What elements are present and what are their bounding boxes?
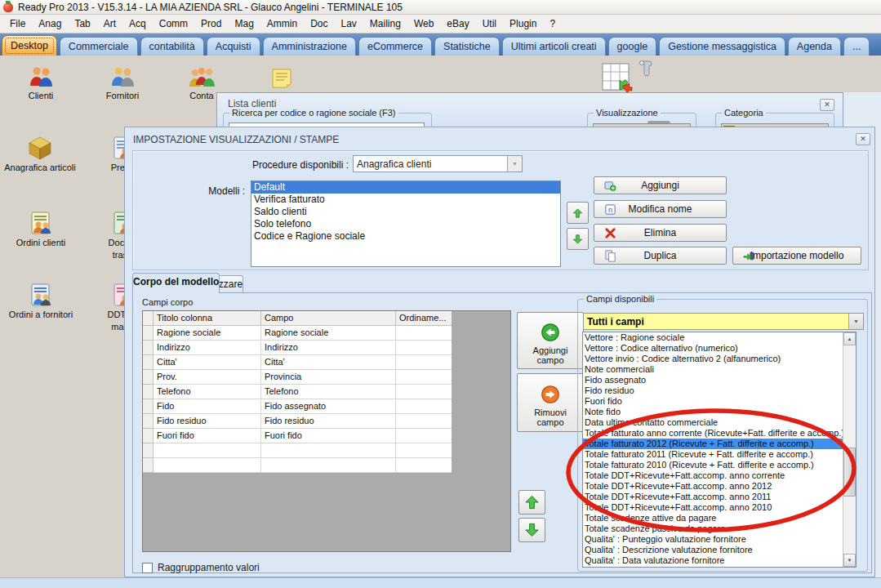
campi-filter-combobox[interactable]: Tutti i campi ▼ — [583, 313, 864, 330]
menu-item[interactable]: File — [3, 16, 32, 31]
workspace-tab[interactable]: eCommerce — [358, 37, 432, 56]
campi-disponibili-listbox[interactable]: Vettore : Ragione socialeVettore : Codic… — [582, 332, 857, 568]
desktop-icon-ordini-clienti[interactable]: Ordini clienti — [8, 211, 73, 247]
workspace-tab[interactable]: Ultimi articoli creati — [502, 37, 606, 56]
menu-item[interactable]: Util — [476, 16, 503, 31]
vertical-scrollbar[interactable]: ▲ ▼ — [843, 332, 856, 567]
grid-row[interactable]: Citta' Citta' — [143, 355, 452, 370]
campi-corpo-label: Campi corpo — [142, 297, 193, 307]
modelli-listbox[interactable]: DefaultVerifica fatturatoSaldo clientiSo… — [251, 180, 561, 267]
campo-disponibile-item[interactable]: Totale fatturato anno corrente (Ricevute… — [583, 428, 856, 439]
menu-item[interactable]: Anag — [32, 16, 68, 31]
campo-disponibile-item[interactable]: Data ultimo contatto commerciale — [583, 417, 856, 428]
desktop-icon-fornitori[interactable]: Fornitori — [90, 65, 155, 100]
workspace-tab[interactable]: Desktop — [2, 35, 57, 56]
scroll-down-icon[interactable]: ▼ — [843, 554, 856, 567]
scrollbar-thumb[interactable] — [843, 448, 856, 497]
menu-item[interactable]: Tab — [68, 16, 96, 31]
campo-disponibile-item[interactable]: Totale scadenze attive da pagare — [583, 513, 856, 523]
campo-disponibile-item[interactable]: Vettore : Ragione sociale — [583, 332, 856, 343]
grid-row[interactable]: Fido residuo Fido residuo — [143, 414, 452, 429]
modelli-move-down-button[interactable] — [567, 228, 589, 250]
workspace-tab[interactable]: Statistiche — [434, 37, 500, 56]
modelli-item[interactable]: Verifica fatturato — [251, 194, 560, 206]
col-campo[interactable]: Campo — [261, 311, 396, 326]
menu-item[interactable]: Web — [407, 16, 440, 31]
elimina-button[interactable]: Elimina — [594, 224, 727, 242]
campo-disponibile-item[interactable]: Vettore : Codice alternativo (numerico) — [583, 343, 856, 354]
modelli-item[interactable]: Solo telefono — [251, 218, 560, 230]
workspace-tab[interactable]: Amministrazione — [263, 37, 356, 56]
duplica-button[interactable]: Duplica — [594, 247, 727, 265]
aggiungi-campo-button[interactable]: Aggiungi campo — [517, 312, 584, 369]
workspace-tab[interactable]: Acquisti — [207, 37, 260, 56]
campo-move-down-button[interactable] — [518, 518, 545, 542]
workspace-tab[interactable]: contabilità — [140, 37, 204, 56]
grid-row[interactable]: Fido Fido assegnato — [143, 399, 452, 414]
modelli-item[interactable]: Codice e Ragione sociale — [251, 230, 560, 243]
grid-row[interactable]: Ragione sociale Ragione sociale — [143, 326, 452, 341]
col-ordinamento[interactable]: Ordiname... — [396, 311, 452, 326]
campo-disponibile-item[interactable]: Fido assegnato — [583, 375, 856, 385]
campo-disponibile-item[interactable]: Totale DDT+Ricevute+Fatt.accomp. anno 20… — [583, 502, 856, 513]
desktop-icon-clienti[interactable]: Clienti — [8, 65, 73, 100]
workspace-tab[interactable]: ... — [843, 37, 870, 56]
modelli-move-up-button[interactable] — [567, 202, 589, 224]
campo-disponibile-item[interactable]: Totale DDT+Ricevute+Fatt.accomp. anno 20… — [583, 481, 856, 492]
menu-item[interactable]: Ammin — [260, 16, 304, 31]
rimuovi-campo-button[interactable]: Rimuovi campo — [517, 373, 584, 432]
menu-item[interactable]: ? — [543, 16, 562, 31]
menu-item[interactable]: Acq — [122, 16, 153, 31]
scroll-up-icon[interactable]: ▲ — [843, 332, 856, 345]
campo-disponibile-item[interactable]: Qualita' : Data valutazione fornitore — [583, 555, 856, 566]
modifica-nome-button[interactable]: n Modifica nome — [594, 200, 727, 218]
menu-item[interactable]: Lav — [335, 16, 363, 31]
note-icon[interactable] — [269, 67, 294, 91]
campo-disponibile-item[interactable]: Qualita' : Punteggio valutazione fornito… — [583, 534, 856, 545]
scroll-icon[interactable] — [637, 59, 653, 80]
col-titolo-colonna[interactable]: Titolo colonna — [154, 311, 261, 326]
menu-item[interactable]: Doc — [304, 16, 334, 31]
campo-disponibile-item[interactable]: Totale fatturato 2010 (Ricevute + Fatt. … — [583, 460, 856, 470]
importazione-modello-button[interactable]: Importazione modello — [732, 247, 861, 265]
workspace-tab[interactable]: Agenda — [788, 37, 841, 56]
campo-disponibile-item[interactable]: Fido residuo — [583, 385, 856, 396]
campo-disponibile-item[interactable]: Totale scadenze passive da pagare — [583, 523, 856, 534]
campo-disponibile-item[interactable]: Note commerciali — [583, 364, 856, 375]
grid-row[interactable]: Telefono Telefono — [143, 385, 452, 399]
campi-corpo-grid[interactable]: Titolo colonna Campo Ordiname... Ragione… — [142, 310, 511, 552]
menu-item[interactable]: eBay — [440, 16, 475, 31]
modelli-item[interactable]: Saldo clienti — [251, 206, 560, 218]
menu-item[interactable]: Mag — [228, 16, 260, 31]
procedure-combobox[interactable]: Anagrafica clienti ▼ — [353, 155, 523, 172]
lista-clienti-close-button[interactable]: ✕ — [820, 99, 834, 111]
raggruppamento-checkbox[interactable] — [142, 563, 153, 573]
dialog-tab[interactable]: Corpo del modello — [132, 273, 220, 293]
delete-x-icon — [604, 227, 616, 239]
desktop-icon-anagrafica-articoli[interactable]: Anagrafica articoli — [1, 136, 79, 172]
campo-disponibile-item[interactable]: Totale fatturato 2012 (Ricevute + Fatt. … — [583, 439, 856, 449]
grid-row[interactable]: Indirizzo Indirizzo — [143, 341, 452, 355]
campo-disponibile-item[interactable]: Totale fatturato 2011 (Ricevute + Fatt. … — [583, 449, 856, 460]
menu-item[interactable]: Prod — [194, 16, 228, 31]
campo-disponibile-item[interactable]: Totale DDT+Ricevute+Fatt.accomp. anno 20… — [583, 492, 856, 502]
menu-item[interactable]: Plugin — [503, 16, 543, 31]
workspace-tab[interactable]: google — [608, 37, 657, 56]
grid-row[interactable]: Prov. Provincia — [143, 370, 452, 385]
campo-disponibile-item[interactable]: Vettore invio : Codice alternativo 2 (al… — [583, 354, 856, 364]
menu-item[interactable]: Comm — [153, 16, 194, 31]
workspace-tab[interactable]: Gestione messaggistica — [659, 37, 785, 56]
modelli-item[interactable]: Default — [251, 181, 560, 194]
desktop-icon-ordini-fornitori[interactable]: Ordini a fornitori — [2, 283, 80, 319]
campo-disponibile-item[interactable]: Qualita' : Descrizione valutazione forni… — [583, 545, 856, 555]
menu-item[interactable]: Art — [97, 16, 122, 31]
campo-disponibile-item[interactable]: Fuori fido — [583, 396, 856, 407]
aggiungi-button[interactable]: Aggiungi — [594, 176, 727, 194]
dialog-close-button[interactable]: ✕ — [856, 133, 870, 145]
grid-row[interactable]: Fuori fido Fuori fido — [143, 429, 452, 443]
campo-disponibile-item[interactable]: Totale DDT+Ricevute+Fatt.accomp. anno co… — [583, 470, 856, 481]
campo-disponibile-item[interactable]: Note fido — [583, 407, 856, 417]
campo-move-up-button[interactable] — [518, 490, 545, 514]
menu-item[interactable]: Mailing — [363, 16, 407, 31]
workspace-tab[interactable]: Commerciale — [60, 37, 138, 56]
